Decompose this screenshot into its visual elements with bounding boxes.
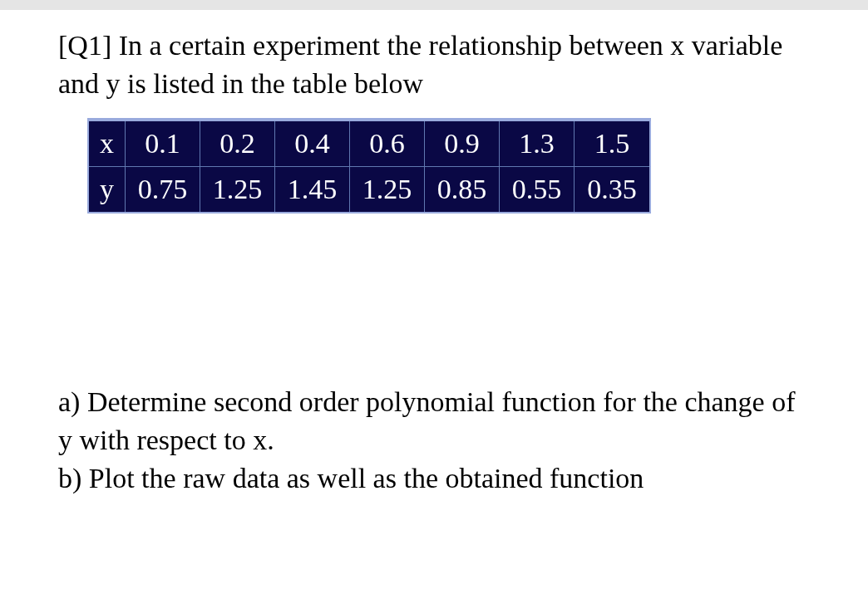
cell-x-0: 0.1 — [126, 121, 200, 167]
question-part-a: a) Determine second order polynomial fun… — [58, 383, 810, 459]
cell-x-6: 1.5 — [575, 121, 649, 167]
table-row: y 0.75 1.25 1.45 1.25 0.85 0.55 0.35 — [89, 167, 649, 212]
row-label-y: y — [89, 167, 126, 212]
cell-x-3: 0.6 — [350, 121, 425, 167]
question-intro: [Q1] In a certain experiment the relatio… — [58, 27, 810, 103]
data-table: x 0.1 0.2 0.4 0.6 0.9 1.3 1.5 y 0.75 1.2… — [87, 118, 651, 214]
cell-y-2: 1.45 — [275, 167, 350, 212]
cell-x-1: 0.2 — [200, 121, 275, 167]
row-label-x: x — [89, 121, 126, 167]
table-row: x 0.1 0.2 0.4 0.6 0.9 1.3 1.5 — [89, 121, 649, 167]
cell-y-1: 1.25 — [200, 167, 275, 212]
cell-x-4: 0.9 — [425, 121, 500, 167]
cell-y-4: 0.85 — [425, 167, 500, 212]
cell-y-6: 0.35 — [575, 167, 649, 212]
cell-y-0: 0.75 — [126, 167, 200, 212]
top-gray-bar — [0, 0, 868, 10]
cell-x-5: 1.3 — [500, 121, 575, 167]
cell-y-5: 0.55 — [500, 167, 575, 212]
cell-y-3: 1.25 — [350, 167, 425, 212]
cell-x-2: 0.4 — [275, 121, 350, 167]
vertical-spacer — [58, 217, 810, 383]
document-content: [Q1] In a certain experiment the relatio… — [0, 10, 868, 497]
question-part-b: b) Plot the raw data as well as the obta… — [58, 459, 810, 498]
data-table-wrap: x 0.1 0.2 0.4 0.6 0.9 1.3 1.5 y 0.75 1.2… — [87, 118, 651, 214]
